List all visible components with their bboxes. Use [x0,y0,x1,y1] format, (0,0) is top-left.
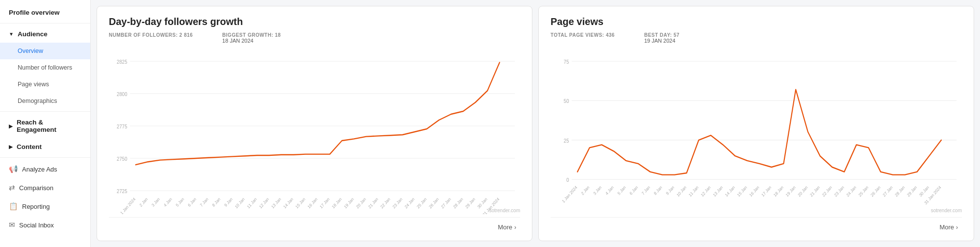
more-chevron-icon-pv: › [956,224,958,231]
svg-text:26 Jan: 26 Jan [428,197,440,210]
sidebar-item-social-inbox[interactable]: ✉ Social Inbox [0,216,90,234]
svg-text:25 Jan: 25 Jan [857,185,869,198]
pageviews-chart-title: Page views [551,16,962,27]
svg-text:8 Jan: 8 Jan [653,185,663,196]
svg-text:1 Jan 2024: 1 Jan 2024 [119,197,136,214]
svg-text:28 Jan: 28 Jan [894,185,905,198]
sidebar-section-reach: ▶ Reach & Engagement ▶ Content [0,111,90,155]
followers-chart-area: 2825 2800 2775 2750 2725 1 Jan 2024 2 Ja… [109,49,520,214]
chevron-right-icon: ▶ [9,144,13,149]
sidebar-item-content[interactable]: ▶ Content [0,138,90,155]
svg-text:10 Jan: 10 Jan [676,185,687,198]
svg-text:5 Jan: 5 Jan [175,197,185,208]
sidebar-item-label: Reporting [22,203,50,210]
main-content: Day-by-day followers growth NUMBER OF FO… [91,0,980,247]
svg-text:29 Jan: 29 Jan [464,197,476,210]
social-inbox-icon: ✉ [9,221,15,229]
svg-text:7 Jan: 7 Jan [199,197,209,208]
followers-stat2-sub: 18 JAN 2024 [222,38,281,44]
sidebar-section-audience: ▼ Audience Overview Number of followers … [0,23,90,109]
followers-card-footer: More › [109,217,520,233]
svg-text:6 Jan: 6 Jan [628,185,639,196]
sidebar-item-label: Analyze Ads [22,166,57,173]
svg-text:25 Jan: 25 Jan [416,197,427,210]
svg-text:22 Jan: 22 Jan [379,197,391,210]
pageviews-more-button[interactable]: More › [935,222,962,233]
svg-text:24 Jan: 24 Jan [845,185,857,198]
pageviews-card-footer: More › [551,217,962,233]
sidebar-item-page-views[interactable]: Page views [0,76,90,93]
svg-text:2800: 2800 [117,91,127,97]
chevron-right-icon: ▶ [9,124,13,129]
svg-text:19 Jan: 19 Jan [343,197,355,210]
sidebar-item-demographics[interactable]: Demographics [0,93,90,109]
svg-text:23 Jan: 23 Jan [392,197,403,210]
svg-text:4 Jan: 4 Jan [604,185,615,196]
svg-text:16 Jan: 16 Jan [749,185,760,198]
comparison-icon: ⇄ [9,183,15,192]
svg-text:3 Jan: 3 Jan [151,197,161,208]
sidebar-item-label: Demographics [18,98,57,104]
sidebar-item-label: Reach & Engagement [17,119,81,133]
sotrender-watermark: sotrender.com [489,208,520,213]
svg-text:12 Jan: 12 Jan [700,185,712,198]
svg-text:25: 25 [564,138,569,144]
svg-text:0: 0 [566,177,569,183]
sotrender-watermark-pv: sotrender.com [931,208,962,213]
pageviews-stats: TOTAL PAGE VIEWS: 436 BEST DAY: 57 19 JA… [551,32,962,44]
sidebar-item-overview[interactable]: Overview [0,43,90,59]
svg-text:13 Jan: 13 Jan [270,197,282,210]
svg-text:27 Jan: 27 Jan [440,197,452,210]
svg-text:9 Jan: 9 Jan [224,197,234,208]
sidebar-item-analyze-ads[interactable]: 📢 Analyze Ads [0,160,90,178]
sidebar-item-label: Profile overview [9,9,60,16]
svg-text:21 Jan: 21 Jan [809,185,821,198]
svg-text:2750: 2750 [117,156,127,162]
svg-text:50: 50 [564,99,569,104]
sidebar-item-reach-engagement[interactable]: ▶ Reach & Engagement [0,114,90,138]
svg-text:24 Jan: 24 Jan [403,197,415,210]
svg-text:10 Jan: 10 Jan [234,197,246,210]
sidebar-item-profile-overview[interactable]: Profile overview [0,4,90,21]
followers-chart-title: Day-by-day followers growth [109,16,520,27]
more-label: More [498,223,512,231]
svg-text:28 Jan: 28 Jan [452,197,464,210]
followers-more-button[interactable]: More › [494,222,520,233]
followers-stat2: BIGGEST GROWTH: 18 18 JAN 2024 [222,32,281,44]
pageviews-stat2: BEST DAY: 57 19 JAN 2024 [644,32,679,44]
svg-text:13 Jan: 13 Jan [712,185,724,198]
svg-text:20 Jan: 20 Jan [355,197,367,210]
svg-text:23 Jan: 23 Jan [833,185,845,198]
pageviews-chart-card: Page views TOTAL PAGE VIEWS: 436 BEST DA… [538,6,974,241]
followers-stat1-label: NUMBER OF FOLLOWERS: 2 816 [109,32,193,38]
pageviews-chart-area: 75 50 25 0 1 Jan 2024 2 Jan 3 Jan 4 Jan … [551,49,962,214]
sidebar-item-label: Number of followers [18,64,72,71]
followers-stats: NUMBER OF FOLLOWERS: 2 816 BIGGEST GROWT… [109,32,520,44]
svg-text:18 Jan: 18 Jan [331,197,343,210]
sidebar-item-audience[interactable]: ▼ Audience [0,25,90,43]
followers-chart-card: Day-by-day followers growth NUMBER OF FO… [97,6,532,241]
sidebar-item-reporting[interactable]: 📋 Reporting [0,197,90,216]
more-label-pv: More [939,223,954,231]
followers-stat1: NUMBER OF FOLLOWERS: 2 816 [109,32,193,38]
svg-text:14 Jan: 14 Jan [282,197,294,210]
svg-text:2775: 2775 [117,124,127,129]
sidebar-item-label: Social Inbox [19,222,54,229]
svg-text:15 Jan: 15 Jan [736,185,748,198]
svg-text:4 Jan: 4 Jan [163,197,173,208]
sidebar-item-comparison[interactable]: ⇄ Comparison [0,178,90,197]
svg-text:17 Jan: 17 Jan [319,197,330,210]
svg-text:6 Jan: 6 Jan [187,197,197,208]
pageviews-chart-svg: 75 50 25 0 1 Jan 2024 2 Jan 3 Jan 4 Jan … [551,49,962,214]
sidebar-item-label: Overview [18,48,43,54]
svg-text:7 Jan: 7 Jan [641,185,651,196]
svg-text:19 Jan: 19 Jan [785,185,797,198]
sidebar-section-tools: 📢 Analyze Ads ⇄ Comparison 📋 Reporting ✉… [0,157,90,234]
sidebar-item-label: Audience [18,30,48,38]
sidebar-item-number-of-followers[interactable]: Number of followers [0,59,90,76]
svg-text:17 Jan: 17 Jan [760,185,772,198]
sidebar-item-label: Comparison [19,184,53,192]
sidebar-item-label: Content [17,143,42,150]
svg-text:2725: 2725 [117,188,127,194]
pageviews-stat1-label: TOTAL PAGE VIEWS: 436 [551,32,615,38]
